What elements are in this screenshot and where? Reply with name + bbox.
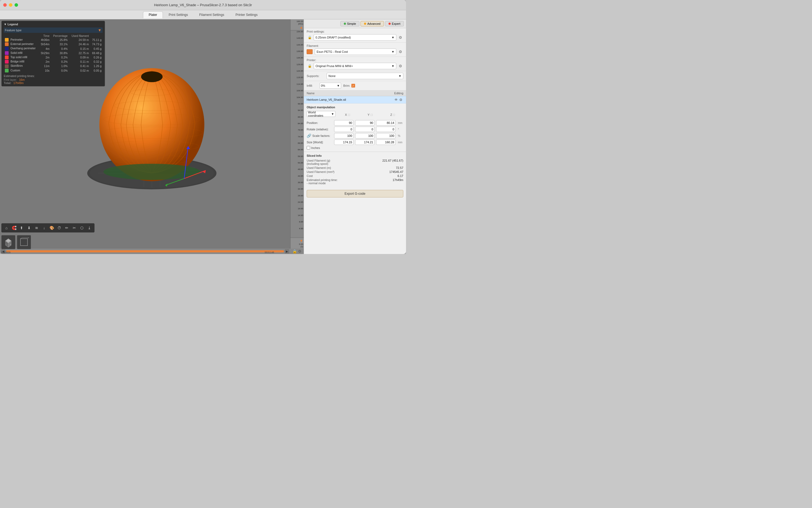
scale-y-input[interactable] [355, 133, 374, 138]
tool-support[interactable]: ≋ [33, 224, 40, 231]
ruler-tick: 109.95 [297, 89, 303, 92]
legend-row: Solid infill 5h29m 30.8% 22.75 m 69.48 g [4, 51, 102, 55]
export-gcode-btn[interactable]: Export G-code [307, 190, 403, 198]
infill-section: Infill: 0% ▼ Brim: ✓ [304, 81, 406, 90]
inches-checkbox[interactable] [307, 146, 310, 150]
tool-cube[interactable]: ⬡ [78, 224, 85, 231]
tool-timer[interactable]: ⏱ [56, 224, 63, 231]
size-inputs: mm [334, 139, 403, 145]
legend-table: Time Percentage Used filament Perimeter … [4, 34, 102, 73]
tool-cut[interactable]: ✂ [71, 224, 78, 231]
printer-lock-btn[interactable]: 🔒 [307, 63, 313, 69]
mode-simple[interactable]: Simple [340, 21, 360, 27]
filament-section: Filament: Esun PETG - Real Cost ▼ ⚙ [304, 43, 406, 57]
main-area: ▼ Legend Feature type ▼ Time Percentage … [0, 19, 406, 254]
tool-magnet[interactable]: 🧲 [10, 224, 17, 231]
rot-y-input[interactable] [355, 127, 374, 132]
ruler-tick: 99.95 [298, 102, 303, 105]
legend-row: External perimeter 5h54m 33.1% 24.46 m 7… [4, 42, 102, 46]
tab-printer-settings[interactable]: Printer Settings [230, 11, 263, 18]
horizontal-scrollbar: ◀ ▶ 5531148 5530839 [0, 249, 290, 254]
scrollbar-track[interactable] [6, 250, 284, 252]
printer-gear[interactable]: ⚙ [397, 63, 403, 69]
size-z-input[interactable] [376, 139, 396, 145]
ruler-tick: 144.95 [297, 44, 303, 46]
sliced-row: Used Filament (m) 72.57 [307, 166, 403, 169]
sliced-info: Sliced Info Used Filament (g) (including… [304, 152, 406, 188]
title-bar: Heirloom Lamp_V6_Shade – PrusaSlicer-2.7… [0, 0, 406, 10]
scroll-label-left: 5530839 [1, 251, 10, 254]
tool-home[interactable]: ⌂ [3, 224, 10, 231]
infill-dropdown[interactable]: 0% ▼ [320, 83, 341, 89]
ruler-tick: 134.95 [297, 56, 303, 59]
printer-row: 🔒 Original Prusa MINI & MINI+ ▼ ⚙ [307, 63, 403, 69]
ruler-top-arrow: ▲ [291, 25, 303, 29]
print-settings-dropdown[interactable]: 0.25mm DRAFT (modified) ▼ [314, 34, 396, 41]
object-row[interactable]: Heirloom Lamp_V6_Shade.stl 👁 ⚙ [304, 96, 406, 103]
minimize-button[interactable] [9, 3, 12, 7]
size-x-input[interactable] [334, 139, 354, 145]
tool-export[interactable]: ⤓ [86, 224, 93, 231]
pos-x-input[interactable] [334, 120, 354, 126]
tab-plater[interactable]: Plater [143, 11, 163, 18]
ruler-tick: 9.95 [299, 221, 303, 223]
rotate-inputs: ° [334, 127, 403, 132]
scroll-label-right: 5531148 [265, 251, 274, 254]
ruler-tick: 79.95 [298, 129, 303, 131]
rot-x-input[interactable] [334, 127, 354, 132]
tab-filament-settings[interactable]: Filament Settings [194, 11, 230, 18]
tab-print-settings[interactable]: Print Settings [164, 11, 193, 18]
view-iso[interactable] [17, 235, 31, 249]
supports-dropdown[interactable]: None ▼ [326, 73, 403, 79]
ruler-tick: 139.95 [297, 50, 303, 52]
mode-expert[interactable]: Expert [385, 21, 404, 27]
print-settings-gear[interactable]: ⚙ [397, 35, 403, 40]
ruler-body: 154.95149.95144.95139.95134.95129.95124.… [290, 31, 304, 238]
feature-type-dropdown[interactable]: Feature type ▼ [4, 28, 102, 33]
gear-icon[interactable]: ⚙ [298, 249, 302, 253]
close-button[interactable] [3, 3, 7, 7]
toolbar: ⌂ 🧲 ⬆ ⬇ ≋ ↓ 🎨 ⏱ ✏ ✂ ⬡ ⤓ [1, 223, 94, 232]
estimated-times: Estimated printing times: First layer: 1… [4, 74, 102, 85]
scale-row: 🔗 Scale factors: % [307, 133, 403, 138]
tool-layers-down[interactable]: ⬇ [26, 224, 33, 231]
print-lock-btn[interactable]: 🔒 [307, 35, 313, 40]
ruler-tick: 34.95 [298, 188, 303, 190]
pos-y-input[interactable] [355, 120, 374, 126]
ruler-tick: 89.95 [298, 116, 303, 118]
ruler-bottom-controls: 🔒 ⚙ [290, 249, 304, 254]
filament-dropdown[interactable]: Esun PETG - Real Cost ▼ [315, 48, 396, 55]
visibility-icon[interactable]: 👁 [394, 97, 399, 102]
mode-selector: Simple Advanced Expert [304, 19, 406, 28]
size-y-input[interactable] [355, 139, 374, 145]
ruler-vertical: 160.20 (641) ▲ 154.95149.95144.95139.951… [290, 19, 304, 249]
rot-z-input[interactable] [376, 127, 396, 132]
ruler-tick: 29.95 [298, 195, 303, 197]
tool-color[interactable]: 🎨 [48, 224, 55, 231]
pos-z-input[interactable] [376, 120, 396, 126]
maximize-button[interactable] [14, 3, 18, 7]
scale-x-input[interactable] [334, 133, 354, 138]
printer-dropdown[interactable]: Original Prusa MINI & MINI+ ▼ [314, 63, 396, 69]
scroll-right[interactable]: ▶ [285, 249, 289, 253]
y-header: Y ⬚ [360, 113, 381, 116]
mode-advanced[interactable]: Advanced [361, 21, 384, 27]
tool-layers-up[interactable]: ⬆ [18, 224, 25, 231]
inches-row: Inches [307, 146, 403, 150]
right-panel: Simple Advanced Expert Print settings: 🔒 [304, 19, 406, 254]
ruler-tick: 24.95 [298, 201, 303, 203]
scale-z-input[interactable] [376, 133, 396, 138]
filament-gear[interactable]: ⚙ [397, 49, 403, 55]
rotate-row: Rotate (relative): ° [307, 127, 403, 132]
brim-checkbox[interactable]: ✓ [351, 84, 355, 88]
lock-icon[interactable]: 🔒 [292, 249, 297, 253]
view-cube[interactable]: TOP L R [1, 235, 15, 249]
viewport[interactable]: ▼ Legend Feature type ▼ Time Percentage … [0, 19, 304, 254]
ruler-bottom: ▼ 0.20 (1) [290, 238, 304, 249]
tool-download[interactable]: ↓ [41, 224, 48, 231]
tool-edit[interactable]: ✏ [63, 224, 70, 231]
settings-icon[interactable]: ⚙ [399, 97, 403, 102]
scale-lock-icon[interactable]: 🔗 [307, 134, 311, 138]
supports-row: Supports: None ▼ [307, 73, 403, 79]
coord-dropdown[interactable]: World coordinates ▼ [307, 111, 335, 117]
